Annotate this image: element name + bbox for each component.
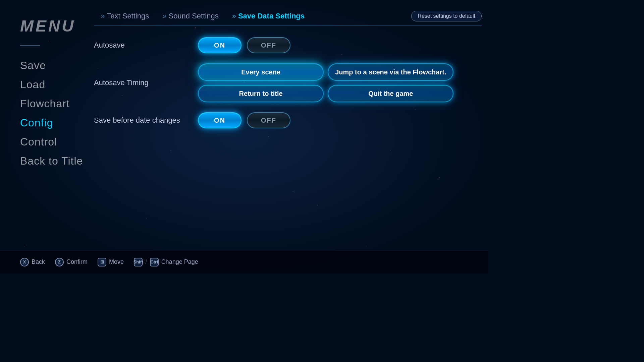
sidebar: MENU Save Load Flowchart Config Control … xyxy=(0,0,84,274)
autosave-label: Autosave xyxy=(94,41,188,50)
confirm-icon: Z xyxy=(55,258,64,266)
autosave-timing-controls: Every scene Jump to a scene via the Flow… xyxy=(198,63,453,102)
back-hint: X Back xyxy=(20,258,45,266)
tab-save-data-settings[interactable]: Save Data Settings xyxy=(225,10,311,22)
autosave-on-button[interactable]: ON xyxy=(198,37,241,53)
move-hint-label: Move xyxy=(109,258,124,265)
save-before-date-controls: ON OFF xyxy=(198,112,290,128)
move-hint: ⊞ Move xyxy=(98,258,124,266)
bottom-bar: X Back Z Confirm ⊞ Move Shift / Ctrl Cha… xyxy=(0,250,488,274)
autosave-timing-flowchart[interactable]: Jump to a scene via the Flowchart. xyxy=(328,63,453,81)
autosave-timing-label: Autosave Timing xyxy=(94,78,188,87)
change-page-hint-label: Change Page xyxy=(161,258,198,265)
main-content: Text Settings Sound Settings Save Data S… xyxy=(94,10,482,247)
save-before-date-off-button[interactable]: OFF xyxy=(247,112,290,128)
autosave-timing-every-scene[interactable]: Every scene xyxy=(198,63,324,81)
autosave-controls: ON OFF xyxy=(198,37,290,53)
tab-sound-settings[interactable]: Sound Settings xyxy=(156,10,225,22)
back-hint-label: Back xyxy=(32,258,45,265)
save-before-date-on-button[interactable]: ON xyxy=(198,112,241,128)
sidebar-item-flowchart[interactable]: Flowchart xyxy=(20,94,84,113)
shift-icon: Shift xyxy=(134,258,143,266)
sidebar-item-load[interactable]: Load xyxy=(20,75,84,94)
menu-title-divider xyxy=(20,45,40,46)
hint-separator: / xyxy=(145,258,147,266)
sidebar-item-config[interactable]: Config xyxy=(20,113,84,132)
autosave-timing-row: Autosave Timing Every scene Jump to a sc… xyxy=(94,63,482,102)
ctrl-icon: Ctrl xyxy=(150,258,159,266)
sidebar-item-back-to-title[interactable]: Back to Title xyxy=(20,152,84,171)
save-before-date-row: Save before date changes ON OFF xyxy=(94,112,482,128)
tabs-row: Text Settings Sound Settings Save Data S… xyxy=(94,10,482,25)
confirm-hint-label: Confirm xyxy=(66,258,88,265)
save-before-date-label: Save before date changes xyxy=(94,116,188,125)
confirm-hint: Z Confirm xyxy=(55,258,88,266)
autosave-row: Autosave ON OFF xyxy=(94,37,482,53)
autosave-off-button[interactable]: OFF xyxy=(247,37,290,53)
menu-title: MENU xyxy=(20,17,84,35)
tab-text-settings[interactable]: Text Settings xyxy=(94,10,156,22)
sidebar-item-control[interactable]: Control xyxy=(20,132,84,152)
reset-button[interactable]: Reset settings to default xyxy=(411,11,482,21)
settings-area: Autosave ON OFF Autosave Timing Every sc… xyxy=(94,32,482,128)
autosave-timing-return-to-title[interactable]: Return to title xyxy=(198,85,324,102)
back-icon: X xyxy=(20,258,29,266)
sidebar-item-save[interactable]: Save xyxy=(20,56,84,75)
change-page-hint: Shift / Ctrl Change Page xyxy=(134,258,198,266)
autosave-timing-quit-game[interactable]: Quit the game xyxy=(328,85,453,102)
move-icon: ⊞ xyxy=(98,258,106,266)
